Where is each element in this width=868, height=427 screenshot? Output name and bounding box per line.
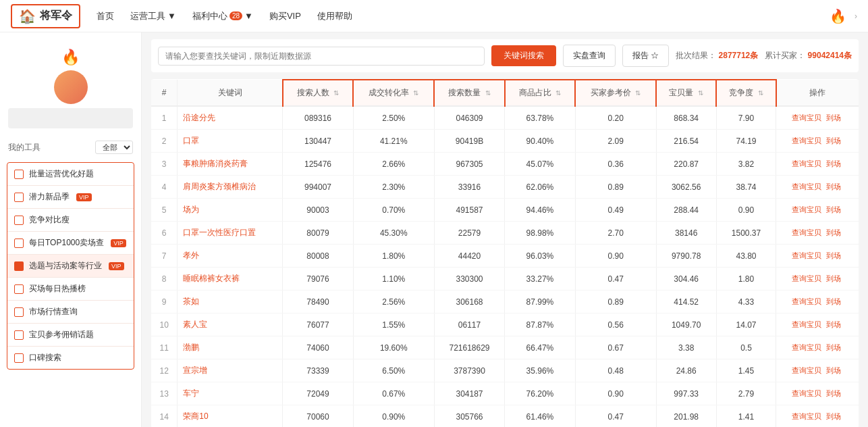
stat-label2: 累计买家： 99042414条 xyxy=(765,50,852,61)
sidebar-item-3[interactable]: 每日TOP1000卖场查 VIP xyxy=(7,232,134,255)
cell-actions: 查询宝贝 到场 xyxy=(776,382,859,405)
col-search-count[interactable]: 搜索人数 ⇅ xyxy=(283,80,353,106)
action-goto[interactable]: 到场 xyxy=(826,389,841,397)
action-query[interactable]: 查询宝贝 xyxy=(792,114,821,122)
cell-competition: 2.79 xyxy=(716,382,776,405)
action-goto[interactable]: 到场 xyxy=(826,114,841,122)
logo[interactable]: 🏠 将军令 xyxy=(11,4,80,28)
sidebar-label-6: 市场行情查询 xyxy=(29,306,78,318)
stat-label1: 批次结果： 2877712条 xyxy=(676,50,758,61)
cell-keyword: 肩周炎案方颈椎病治 xyxy=(178,176,283,199)
nav-item-welfare[interactable]: 福利中心 28 ▼ xyxy=(192,10,253,22)
col-ref-price[interactable]: 买家参考价 ⇅ xyxy=(575,80,656,106)
action-goto[interactable]: 到场 xyxy=(826,297,841,305)
cell-search-count: 70060 xyxy=(283,405,353,428)
action-query[interactable]: 查询宝贝 xyxy=(792,297,821,305)
action-query[interactable]: 查询宝贝 xyxy=(792,251,821,259)
action-query[interactable]: 查询宝贝 xyxy=(792,412,821,420)
col-items-count[interactable]: 宝贝量 ⇅ xyxy=(656,80,716,106)
welfare-badge: 28 xyxy=(229,11,242,20)
sidebar-item-6[interactable]: 市场行情查询 xyxy=(7,301,134,324)
table-row: 3 事粮肿痛消炎药膏 125476 2.66% 967305 45.07% 0.… xyxy=(151,153,859,176)
action-goto[interactable]: 到场 xyxy=(826,343,841,351)
cell-actions: 查询宝贝 到场 xyxy=(776,359,859,382)
action-goto[interactable]: 到场 xyxy=(826,205,841,214)
nav-item-help[interactable]: 使用帮助 xyxy=(317,10,352,22)
report-button[interactable]: 报告 ☆ xyxy=(622,45,669,67)
cell-competition: 14.07 xyxy=(716,313,776,336)
action-query[interactable]: 查询宝贝 xyxy=(792,366,821,374)
cell-actions: 查询宝贝 到场 xyxy=(776,313,859,336)
search-input[interactable] xyxy=(158,47,485,66)
cell-market-share: 33.27% xyxy=(505,268,575,291)
action-goto[interactable]: 到场 xyxy=(826,366,841,374)
action-goto[interactable]: 到场 xyxy=(826,228,841,236)
main-layout: 🔥 我的工具 全部 批量运营优化好题 潜力新品季 VIP 竞争对比瘦 xyxy=(0,32,868,427)
table-row: 1 沿途分先 089316 2.50% 046309 63.78% 0.20 8… xyxy=(151,106,859,130)
action-query[interactable]: 查询宝贝 xyxy=(792,182,821,191)
cell-conv-rate: 41.21% xyxy=(353,130,434,153)
sidebar-dot-icon xyxy=(14,238,24,248)
cell-competition: 7.90 xyxy=(716,106,776,130)
action-query[interactable]: 查询宝贝 xyxy=(792,343,821,351)
cell-ref-price: 0.89 xyxy=(575,291,656,313)
action-goto[interactable]: 到场 xyxy=(826,412,841,420)
cell-conv-rate: 0.70% xyxy=(353,199,434,222)
cell-market-share: 35.96% xyxy=(505,359,575,382)
cell-search-num: 721618629 xyxy=(434,336,504,359)
cell-search-num: 3787390 xyxy=(434,359,504,382)
cell-keyword: 睡眠棉裤女衣裤 xyxy=(178,268,283,291)
action-goto[interactable]: 到场 xyxy=(826,159,841,168)
cell-search-count: 74060 xyxy=(283,336,353,359)
action-goto[interactable]: 到场 xyxy=(826,136,841,145)
sidebar-item-5[interactable]: 买场每日热播榜 xyxy=(7,278,134,301)
action-query[interactable]: 查询宝贝 xyxy=(792,228,821,236)
action-query[interactable]: 查询宝贝 xyxy=(792,205,821,214)
realtime-button[interactable]: 实盘查询 xyxy=(563,45,616,67)
action-goto[interactable]: 到场 xyxy=(826,182,841,191)
table-row: 9 茶如 78490 2.56% 306168 87.99% 0.89 414.… xyxy=(151,291,859,313)
sidebar-dot-icon xyxy=(14,284,24,294)
col-market-share[interactable]: 商品占比 ⇅ xyxy=(505,80,575,106)
nav-item-home[interactable]: 首页 xyxy=(97,10,114,22)
sidebar-item-4[interactable]: 选题与活动案等行业 VIP xyxy=(7,255,134,278)
col-search-num[interactable]: 搜索数量 ⇅ xyxy=(434,80,504,106)
cell-index: 2 xyxy=(151,130,178,153)
action-goto[interactable]: 到场 xyxy=(826,320,841,328)
col-conv-rate[interactable]: 成交转化率 ⇅ xyxy=(353,80,434,106)
cell-conv-rate: 0.67% xyxy=(353,382,434,405)
action-goto[interactable]: 到场 xyxy=(826,251,841,259)
action-query[interactable]: 查询宝贝 xyxy=(792,136,821,145)
sidebar-item-7[interactable]: 宝贝参考佣销话题 xyxy=(7,324,134,347)
cell-items-count: 24.86 xyxy=(656,359,716,382)
sidebar-item-8[interactable]: 口碑搜索 xyxy=(7,347,134,369)
cell-ref-price: 0.20 xyxy=(575,106,656,130)
cell-index: 6 xyxy=(151,222,178,245)
sidebar-tool-select[interactable]: 全部 xyxy=(95,141,133,154)
sidebar-dot-icon xyxy=(14,307,24,317)
nav-item-vip[interactable]: 购买VIP xyxy=(269,10,301,22)
sidebar-item-0[interactable]: 批量运营优化好题 xyxy=(7,163,134,186)
sort-arrow-icon: ⇅ xyxy=(555,89,561,97)
avatar-flame-icon: 🔥 xyxy=(61,49,80,66)
cell-ref-price: 0.56 xyxy=(575,313,656,336)
action-query[interactable]: 查询宝贝 xyxy=(792,320,821,328)
cell-market-share: 61.46% xyxy=(505,405,575,428)
cell-competition: 4.33 xyxy=(716,291,776,313)
cell-conv-rate: 2.50% xyxy=(353,106,434,130)
cell-actions: 查询宝贝 到场 xyxy=(776,291,859,313)
action-query[interactable]: 查询宝贝 xyxy=(792,389,821,397)
action-query[interactable]: 查询宝贝 xyxy=(792,159,821,168)
action-query[interactable]: 查询宝贝 xyxy=(792,274,821,282)
cell-keyword: 孝外 xyxy=(178,245,283,268)
cell-index: 13 xyxy=(151,382,178,405)
search-button[interactable]: 关键词搜索 xyxy=(491,45,556,66)
nav-item-tools[interactable]: 运营工具 ▼ xyxy=(130,10,176,22)
sidebar-item-2[interactable]: 竞争对比瘦 xyxy=(7,209,134,232)
cell-items-count: 997.33 xyxy=(656,382,716,405)
cell-items-count: 414.52 xyxy=(656,291,716,313)
action-goto[interactable]: 到场 xyxy=(826,274,841,282)
col-competition[interactable]: 竞争度 ⇅ xyxy=(716,80,776,106)
sidebar-item-1[interactable]: 潜力新品季 VIP xyxy=(7,186,134,209)
table-row: 12 宣宗增 73339 6.50% 3787390 35.96% 0.48 2… xyxy=(151,359,859,382)
